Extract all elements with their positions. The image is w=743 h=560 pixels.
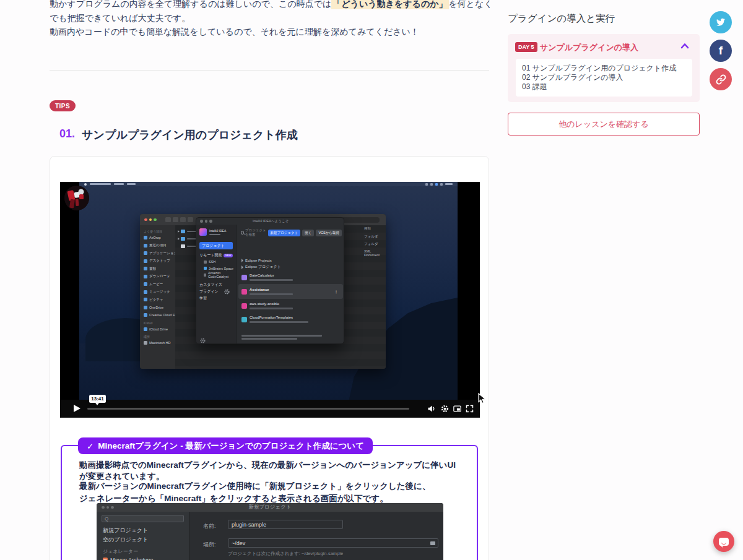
nav-plugins: プラグイン bbox=[199, 288, 236, 295]
section-title: サンプルプラグイン用のプロジェクト作成 bbox=[82, 127, 298, 142]
finder-sidebar-item: AirDrop bbox=[144, 234, 175, 242]
other-lessons-button[interactable]: 他のレッスンを確認する bbox=[508, 113, 700, 136]
documents-icon bbox=[144, 267, 147, 270]
nav-ssh: SSH bbox=[204, 259, 236, 265]
recents-icon bbox=[144, 244, 147, 248]
new-project-dialog-screenshot: 新規プロジェクト Q 新規プロジェクト 空のプロジェクト ジェネレーター mMa… bbox=[97, 503, 443, 560]
macos-menubar bbox=[79, 182, 458, 186]
dialog-main-panel: 名前: plugin-sample 場所: ~/dev プロジェクトは次に作成さ… bbox=[189, 512, 443, 560]
help-text-bars bbox=[241, 335, 322, 341]
generator-section-label: ジェネレーター bbox=[97, 547, 189, 556]
disclosure-icon bbox=[178, 238, 180, 240]
dialog-sidebar: Q 新規プロジェクト 空のプロジェクト ジェネレーター mMaven Arche… bbox=[97, 512, 189, 560]
minecraft-notice-box: ✓ Minecraftプラグイン - 最新バージョンでのプロジェクト作成について… bbox=[61, 445, 478, 560]
lesson-item-3[interactable]: 03 課題 bbox=[522, 82, 692, 92]
settings-gear-icon[interactable] bbox=[440, 404, 450, 413]
intellij-sidebar: IntelliJ IDEA プロジェクト リモート開発NEW SSH JetBr… bbox=[196, 225, 237, 344]
intro-text-1: 動かすプログラムの内容を全て理解するのは難しいので、この時点では bbox=[50, 0, 331, 9]
open-button: 開く bbox=[302, 230, 314, 236]
project-icon bbox=[241, 317, 247, 322]
screen-record-icon bbox=[435, 183, 438, 186]
project-path-bar bbox=[250, 279, 293, 281]
mouse-cursor bbox=[478, 393, 488, 404]
nav-customize: カスタマイズ bbox=[199, 282, 236, 288]
generator-search-field: Q bbox=[102, 515, 184, 522]
project-icon bbox=[241, 275, 247, 280]
video-controls-bar: 13:41 bbox=[60, 400, 480, 418]
finder-sidebar-item: ピクチャ bbox=[144, 296, 175, 304]
progress-bar[interactable] bbox=[87, 408, 409, 410]
lesson-item-2[interactable]: 02 サンプルプラグインの導入 bbox=[522, 73, 692, 82]
fullscreen-icon[interactable] bbox=[465, 404, 474, 413]
copy-link-button[interactable] bbox=[710, 68, 732, 90]
miniplayer-icon[interactable] bbox=[453, 404, 462, 413]
finder-sidebar-item: ダウンロード bbox=[144, 273, 175, 281]
disclosure-icon bbox=[178, 230, 180, 233]
content-card: よく使う項目 AirDrop 最近の項目 アプリケーション デスクトップ 書類 … bbox=[50, 156, 489, 560]
finder-sidebar-item: 書類 bbox=[144, 265, 175, 273]
applications-icon bbox=[144, 251, 147, 255]
pictures-icon bbox=[144, 298, 147, 301]
status-icon bbox=[425, 183, 428, 186]
project-row: aws-study-ansible bbox=[241, 299, 344, 312]
version-text-bar bbox=[209, 234, 220, 236]
new-badge: NEW bbox=[224, 254, 232, 257]
intellij-titlebar: IntelliJ IDEAへようこそ bbox=[196, 218, 344, 225]
lesson-title-link[interactable]: サンプルプラグインの導入 bbox=[540, 42, 638, 53]
day-badge: DAY 5 bbox=[515, 42, 537, 52]
play-button[interactable] bbox=[74, 405, 80, 412]
help-text-bar bbox=[241, 335, 322, 337]
chat-smile-icon bbox=[721, 542, 726, 545]
project-path-bar bbox=[250, 308, 293, 309]
project-icon bbox=[241, 303, 247, 309]
section-number: 01. bbox=[59, 127, 75, 142]
minimize-icon bbox=[149, 218, 152, 222]
airdrop-icon bbox=[144, 236, 147, 239]
folder-icon bbox=[181, 237, 185, 241]
finder-sidebar-item: ミュージック bbox=[144, 288, 175, 296]
search-icon bbox=[241, 231, 244, 235]
twitter-icon bbox=[715, 17, 726, 28]
finder-section-label: 場所 bbox=[144, 335, 175, 338]
ssh-icon bbox=[204, 261, 207, 264]
section-heading: 01. サンプルプラグイン用のプロジェクト作成 bbox=[59, 127, 298, 142]
finder-sidebar-item: デスクトップ bbox=[144, 257, 175, 265]
hdd-icon bbox=[144, 341, 147, 345]
time-tooltip: 13:41 bbox=[89, 395, 106, 403]
finder-sidebar-item: 最近の項目 bbox=[144, 242, 175, 250]
video-player[interactable]: よく使う項目 AirDrop 最近の項目 アプリケーション デスクトップ 書類 … bbox=[60, 182, 480, 418]
music-icon bbox=[144, 290, 147, 294]
project-row: DateCalculator bbox=[241, 270, 344, 284]
kind-column-header: 種類 bbox=[364, 226, 371, 231]
new-project-button: 新規プロジェクト bbox=[268, 230, 301, 236]
dialog-title: 新規プロジェクト bbox=[97, 504, 443, 511]
finder-sidebar-item: OneDrive bbox=[144, 304, 175, 312]
volume-icon[interactable] bbox=[427, 404, 436, 413]
twitter-share-button[interactable] bbox=[710, 11, 732, 33]
facebook-share-button[interactable]: f bbox=[710, 40, 732, 62]
project-path-bar bbox=[250, 293, 293, 295]
finder-section-label: よく使う項目 bbox=[144, 230, 175, 233]
check-icon: ✓ bbox=[87, 441, 93, 451]
chevron-up-icon[interactable] bbox=[680, 42, 690, 50]
finder-sidebar-item: アプリケーション bbox=[144, 249, 175, 257]
tips-badge: TIPS bbox=[50, 100, 76, 111]
close-icon bbox=[144, 218, 147, 222]
name-input: plugin-sample bbox=[228, 520, 343, 529]
creative-cloud-icon bbox=[144, 313, 147, 317]
finder-sidebar-item: Macintosh HD bbox=[144, 339, 175, 347]
lesson-item-1[interactable]: 01 サンプルプラグイン用のプロジェクト作成 bbox=[522, 64, 692, 73]
project-group: Eclipse Projects bbox=[241, 257, 344, 264]
menubar-status-icons bbox=[425, 183, 453, 186]
lesson-nav-title: プラグインの導入と実行 bbox=[508, 12, 615, 25]
dialog-sidebar-item: 空のプロジェクト bbox=[97, 535, 189, 545]
finder-sidebar: よく使う項目 AirDrop 最近の項目 アプリケーション デスクトップ 書類 … bbox=[140, 225, 175, 369]
settings-gear-icon bbox=[199, 337, 206, 344]
codecatalyst-icon bbox=[204, 274, 206, 277]
location-input: ~/dev bbox=[228, 538, 438, 548]
location-helper-text: プロジェクトは次に作成されます: ~/dev/plugin-sample bbox=[228, 551, 343, 557]
project-row-highlighted: Assistance ⋮ bbox=[238, 284, 343, 299]
channel-avatar bbox=[64, 186, 89, 210]
chat-widget-button[interactable] bbox=[713, 531, 734, 552]
intellij-main-panel: プロジェクトを検索 新規プロジェクト 開く VCSから取得 Eclipse Pr… bbox=[237, 225, 344, 344]
